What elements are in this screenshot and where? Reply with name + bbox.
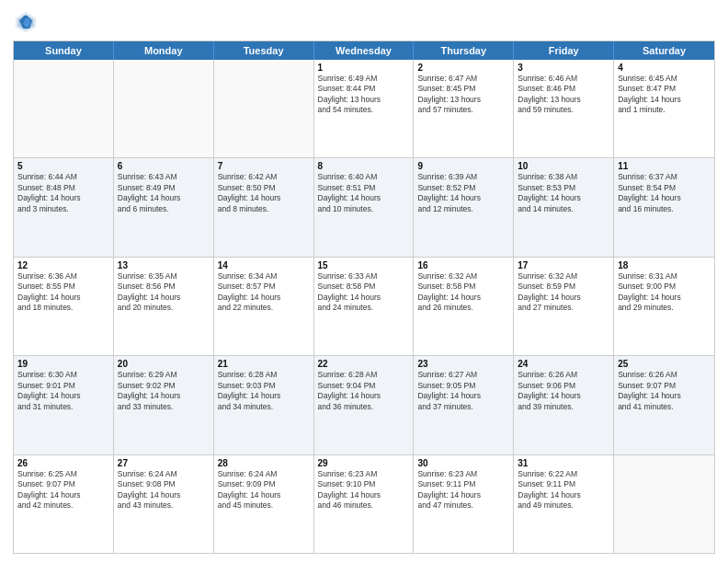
day-info: Sunrise: 6:23 AM Sunset: 9:11 PM Dayligh… [417, 469, 509, 511]
day-info: Sunrise: 6:24 AM Sunset: 9:08 PM Dayligh… [118, 469, 210, 511]
day-info: Sunrise: 6:33 AM Sunset: 8:58 PM Dayligh… [318, 271, 410, 314]
calendar-row: 1Sunrise: 6:49 AM Sunset: 8:44 PM Daylig… [14, 60, 714, 157]
calendar-cell: 7Sunrise: 6:42 AM Sunset: 8:50 PM Daylig… [214, 158, 314, 256]
calendar-cell: 21Sunrise: 6:28 AM Sunset: 9:03 PM Dayli… [214, 356, 314, 454]
day-info: Sunrise: 6:43 AM Sunset: 8:49 PM Dayligh… [118, 172, 210, 214]
day-number: 15 [318, 260, 410, 270]
day-number: 16 [417, 260, 509, 270]
day-number: 31 [518, 458, 609, 468]
day-info: Sunrise: 6:27 AM Sunset: 9:05 PM Dayligh… [417, 370, 509, 412]
calendar-cell: 18Sunrise: 6:31 AM Sunset: 9:00 PM Dayli… [614, 258, 714, 355]
logo-icon [13, 9, 39, 35]
header [13, 9, 715, 35]
day-header-thursday: Thursday [414, 41, 514, 60]
day-info: Sunrise: 6:36 AM Sunset: 8:55 PM Dayligh… [17, 271, 109, 314]
day-number: 10 [518, 161, 609, 171]
page: SundayMondayTuesdayWednesdayThursdayFrid… [0, 0, 728, 563]
calendar-cell: 16Sunrise: 6:32 AM Sunset: 8:58 PM Dayli… [414, 258, 514, 355]
calendar-row: 26Sunrise: 6:25 AM Sunset: 9:07 PM Dayli… [14, 454, 714, 553]
calendar-cell: 10Sunrise: 6:38 AM Sunset: 8:53 PM Dayli… [514, 158, 614, 256]
day-number: 7 [218, 161, 310, 171]
calendar-cell: 14Sunrise: 6:34 AM Sunset: 8:57 PM Dayli… [214, 258, 314, 355]
day-header-saturday: Saturday [614, 41, 714, 60]
calendar-body: 1Sunrise: 6:49 AM Sunset: 8:44 PM Daylig… [14, 60, 714, 553]
calendar-cell: 19Sunrise: 6:30 AM Sunset: 9:01 PM Dayli… [14, 356, 114, 454]
day-header-monday: Monday [114, 41, 214, 60]
day-info: Sunrise: 6:38 AM Sunset: 8:53 PM Dayligh… [518, 172, 609, 214]
day-info: Sunrise: 6:39 AM Sunset: 8:52 PM Dayligh… [417, 172, 509, 214]
day-number: 11 [618, 161, 711, 171]
logo [13, 9, 42, 35]
calendar-cell: 25Sunrise: 6:26 AM Sunset: 9:07 PM Dayli… [614, 356, 714, 454]
day-info: Sunrise: 6:45 AM Sunset: 8:47 PM Dayligh… [618, 74, 711, 116]
day-number: 13 [118, 260, 210, 270]
day-info: Sunrise: 6:23 AM Sunset: 9:10 PM Dayligh… [318, 469, 410, 511]
calendar-cell: 5Sunrise: 6:44 AM Sunset: 8:48 PM Daylig… [14, 158, 114, 256]
day-info: Sunrise: 6:34 AM Sunset: 8:57 PM Dayligh… [218, 271, 310, 314]
day-number: 9 [417, 161, 509, 171]
calendar-cell: 15Sunrise: 6:33 AM Sunset: 8:58 PM Dayli… [314, 258, 415, 355]
calendar-row: 5Sunrise: 6:44 AM Sunset: 8:48 PM Daylig… [14, 157, 714, 256]
day-number: 5 [17, 161, 109, 171]
calendar-cell: 30Sunrise: 6:23 AM Sunset: 9:11 PM Dayli… [414, 455, 514, 553]
calendar-cell: 27Sunrise: 6:24 AM Sunset: 9:08 PM Dayli… [114, 455, 214, 553]
day-number: 20 [118, 359, 210, 369]
calendar-cell [614, 455, 714, 553]
calendar-cell: 28Sunrise: 6:24 AM Sunset: 9:09 PM Dayli… [214, 455, 314, 553]
calendar-cell: 26Sunrise: 6:25 AM Sunset: 9:07 PM Dayli… [14, 455, 114, 553]
day-number: 21 [218, 359, 310, 369]
day-info: Sunrise: 6:35 AM Sunset: 8:56 PM Dayligh… [118, 271, 210, 314]
calendar-cell: 11Sunrise: 6:37 AM Sunset: 8:54 PM Dayli… [614, 158, 714, 256]
day-number: 12 [17, 260, 109, 270]
day-number: 1 [318, 63, 410, 73]
day-header-tuesday: Tuesday [214, 41, 314, 60]
calendar-cell: 24Sunrise: 6:26 AM Sunset: 9:06 PM Dayli… [514, 356, 614, 454]
day-number: 29 [318, 458, 410, 468]
calendar-cell: 3Sunrise: 6:46 AM Sunset: 8:46 PM Daylig… [514, 60, 614, 157]
day-info: Sunrise: 6:28 AM Sunset: 9:04 PM Dayligh… [318, 370, 410, 412]
day-info: Sunrise: 6:42 AM Sunset: 8:50 PM Dayligh… [218, 172, 310, 214]
calendar-cell: 17Sunrise: 6:32 AM Sunset: 8:59 PM Dayli… [514, 258, 614, 355]
calendar: SundayMondayTuesdayWednesdayThursdayFrid… [13, 40, 715, 554]
calendar-cell: 13Sunrise: 6:35 AM Sunset: 8:56 PM Dayli… [114, 258, 214, 355]
day-number: 4 [618, 63, 711, 73]
day-header-sunday: Sunday [14, 41, 114, 60]
calendar-row: 12Sunrise: 6:36 AM Sunset: 8:55 PM Dayli… [14, 257, 714, 355]
day-number: 14 [218, 260, 310, 270]
calendar-cell: 1Sunrise: 6:49 AM Sunset: 8:44 PM Daylig… [314, 60, 415, 157]
calendar-cell: 22Sunrise: 6:28 AM Sunset: 9:04 PM Dayli… [314, 356, 415, 454]
day-info: Sunrise: 6:26 AM Sunset: 9:06 PM Dayligh… [518, 370, 609, 412]
calendar-row: 19Sunrise: 6:30 AM Sunset: 9:01 PM Dayli… [14, 355, 714, 454]
day-info: Sunrise: 6:26 AM Sunset: 9:07 PM Dayligh… [618, 370, 711, 412]
day-number: 2 [417, 63, 509, 73]
day-number: 18 [618, 260, 711, 270]
day-info: Sunrise: 6:47 AM Sunset: 8:45 PM Dayligh… [417, 74, 509, 116]
calendar-cell: 9Sunrise: 6:39 AM Sunset: 8:52 PM Daylig… [414, 158, 514, 256]
day-info: Sunrise: 6:30 AM Sunset: 9:01 PM Dayligh… [17, 370, 109, 412]
day-number: 24 [518, 359, 609, 369]
calendar-cell: 29Sunrise: 6:23 AM Sunset: 9:10 PM Dayli… [314, 455, 415, 553]
day-info: Sunrise: 6:29 AM Sunset: 9:02 PM Dayligh… [118, 370, 210, 412]
calendar-cell: 12Sunrise: 6:36 AM Sunset: 8:55 PM Dayli… [14, 258, 114, 355]
day-info: Sunrise: 6:22 AM Sunset: 9:11 PM Dayligh… [518, 469, 609, 511]
day-number: 26 [17, 458, 109, 468]
day-info: Sunrise: 6:24 AM Sunset: 9:09 PM Dayligh… [218, 469, 310, 511]
day-number: 23 [417, 359, 509, 369]
day-info: Sunrise: 6:44 AM Sunset: 8:48 PM Dayligh… [17, 172, 109, 214]
day-number: 30 [417, 458, 509, 468]
day-header-wednesday: Wednesday [314, 41, 415, 60]
calendar-cell: 23Sunrise: 6:27 AM Sunset: 9:05 PM Dayli… [414, 356, 514, 454]
day-info: Sunrise: 6:46 AM Sunset: 8:46 PM Dayligh… [518, 74, 609, 116]
calendar-cell: 8Sunrise: 6:40 AM Sunset: 8:51 PM Daylig… [314, 158, 415, 256]
calendar-cell: 6Sunrise: 6:43 AM Sunset: 8:49 PM Daylig… [114, 158, 214, 256]
calendar-cell: 2Sunrise: 6:47 AM Sunset: 8:45 PM Daylig… [414, 60, 514, 157]
calendar-cell: 4Sunrise: 6:45 AM Sunset: 8:47 PM Daylig… [614, 60, 714, 157]
calendar-cell [214, 60, 314, 157]
day-info: Sunrise: 6:37 AM Sunset: 8:54 PM Dayligh… [618, 172, 711, 214]
day-number: 6 [118, 161, 210, 171]
day-info: Sunrise: 6:32 AM Sunset: 8:59 PM Dayligh… [518, 271, 609, 314]
calendar-header: SundayMondayTuesdayWednesdayThursdayFrid… [14, 41, 714, 60]
day-number: 17 [518, 260, 609, 270]
calendar-cell [14, 60, 114, 157]
day-number: 3 [518, 63, 609, 73]
